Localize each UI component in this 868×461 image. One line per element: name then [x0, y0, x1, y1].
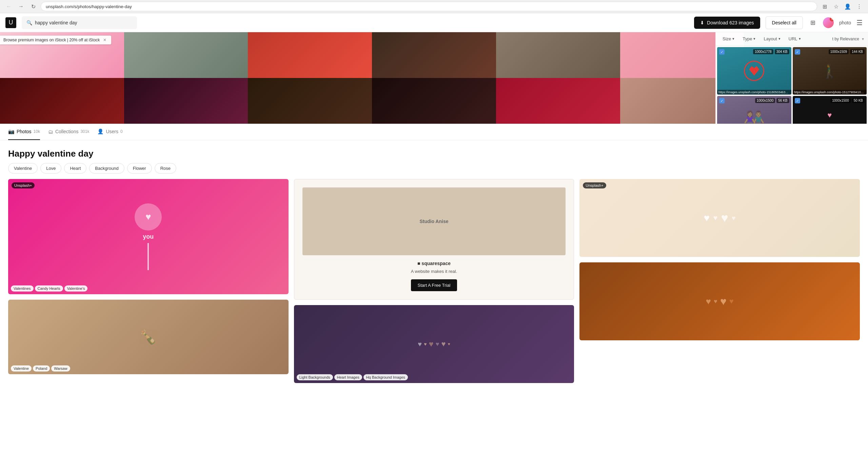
- istock-close-icon[interactable]: ✕: [103, 38, 106, 42]
- layout-dropdown-icon: ▾: [778, 37, 781, 41]
- tab-users[interactable]: 👤 Users 0: [97, 124, 122, 140]
- bookmark-button[interactable]: ☆: [831, 2, 841, 11]
- istock-banner[interactable]: Browse premium images on iStock | 20% of…: [0, 36, 111, 44]
- squarespace-cta[interactable]: Start A Free Trial: [411, 279, 457, 291]
- studio-photo: Studio Anise: [302, 187, 566, 255]
- panel-meta-1: 1000x1778 304 KB: [753, 49, 789, 54]
- grid-icon-button[interactable]: ⊞: [808, 17, 817, 28]
- profile-button[interactable]: 👤: [843, 2, 852, 11]
- panel-url-2: https://images.unsplash.com/photo-151279…: [793, 90, 867, 95]
- filter-tag-rose[interactable]: Rose: [155, 163, 176, 174]
- panel-image-2[interactable]: 🚶‍♂️ ✓ 1000x1509 144 KB https://images.u…: [793, 47, 867, 95]
- panel-url-1: https://images.unsplash.com/photo-151805…: [717, 90, 791, 95]
- photo-bottle[interactable]: 🍾 Valentine Poland Warsaw: [8, 300, 289, 374]
- tab-photos[interactable]: 📷 Photos 10k: [8, 124, 40, 140]
- filter-tags: Valentine Love Heart Background Flower R…: [0, 163, 868, 179]
- type-filter[interactable]: Type ▾: [740, 35, 758, 43]
- page-title-area: Happy valentine day: [0, 140, 868, 163]
- extensions-button[interactable]: ⊞: [820, 2, 829, 11]
- address-bar[interactable]: unsplash.com/s/photos/happy-valentine-da…: [41, 2, 817, 11]
- search-box[interactable]: 🔍: [22, 16, 137, 29]
- browser-toolbar: ← → ↻ unsplash.com/s/photos/happy-valent…: [0, 0, 868, 13]
- tab-photos-label: Photos: [17, 129, 32, 134]
- tag-candy-hearts[interactable]: Candy Hearts: [35, 285, 63, 292]
- tag-hq-background[interactable]: Hq Background Images: [363, 374, 408, 380]
- panel-image-1[interactable]: ✓ 1000x1778 304 KB https://images.unspla…: [717, 47, 791, 95]
- banner-img-r2-3[interactable]: [248, 78, 372, 124]
- tag-warsaw[interactable]: Warsaw: [51, 365, 70, 372]
- photo-tags-bottle: Valentine Poland Warsaw: [11, 365, 70, 372]
- back-button[interactable]: ←: [4, 2, 14, 11]
- banner-img-5[interactable]: [496, 32, 620, 78]
- squarespace-logo: ■ squarespace: [417, 261, 451, 266]
- tag-valentines[interactable]: Valentines: [11, 285, 34, 292]
- size-filter[interactable]: Size ▾: [720, 35, 737, 43]
- tab-photos-count: 10k: [34, 129, 40, 134]
- app: U 🔍 ⬇ Download 623 images Deselect all ⊞…: [0, 13, 868, 461]
- panel-image-4[interactable]: ♥ ♥ ✓ 1000x1500 50 KB: [793, 96, 867, 124]
- tag-heart-images[interactable]: Heart Images: [334, 374, 362, 380]
- banner-img-3[interactable]: [248, 32, 372, 78]
- forward-button[interactable]: →: [16, 2, 26, 11]
- tag-valentines-apos[interactable]: Valentine's: [64, 285, 88, 292]
- filter-tag-background[interactable]: Background: [89, 163, 124, 174]
- right-panel-toolbar: Size ▾ Type ▾ Layout ▾ URL ▾ t by Releva…: [716, 32, 868, 46]
- banner-img-r2-2[interactable]: [124, 78, 248, 124]
- panel-meta-3: 1000x1500 56 KB: [755, 98, 789, 103]
- panel-checkbox-4[interactable]: ✓: [795, 98, 800, 103]
- filter-tag-heart[interactable]: Heart: [64, 163, 86, 174]
- avatar-badge: 9: [830, 17, 834, 21]
- avatar[interactable]: 9: [823, 17, 834, 28]
- photo-white-hearts[interactable]: ♥ ♥ ♥ ♥ Unsplash+: [579, 179, 860, 257]
- filter-tag-valentine[interactable]: Valentine: [8, 163, 38, 174]
- tabs-bar: 📷 Photos 10k 🗂 Collections 301k 👤 Users …: [0, 124, 868, 140]
- search-input[interactable]: [35, 20, 132, 25]
- filter-tag-love[interactable]: Love: [40, 163, 61, 174]
- download-icon: ⬇: [700, 20, 704, 25]
- panel-checkbox-2[interactable]: ✓: [795, 49, 800, 55]
- sort-dropdown-icon[interactable]: ▾: [862, 37, 864, 41]
- users-tab-icon: 👤: [97, 128, 104, 135]
- url-filter[interactable]: URL ▾: [786, 35, 804, 43]
- right-panel-images: ✓ 1000x1778 304 KB https://images.unspla…: [716, 46, 868, 124]
- right-panel: Size ▾ Type ▾ Layout ▾ URL ▾ t by Releva…: [715, 32, 868, 124]
- browser-chrome: ← → ↻ unsplash.com/s/photos/happy-valent…: [0, 0, 868, 13]
- url-dropdown-icon: ▾: [799, 37, 801, 41]
- banner-img-4[interactable]: [372, 32, 496, 78]
- unsplash-plus-badge-2: Unsplash+: [583, 182, 606, 188]
- tag-light-backgrounds[interactable]: Light Backgrounds: [297, 374, 333, 380]
- photo-bokeh[interactable]: ♥ ♥ ♥ ♥ ♥ ♥ Light Backgrounds Heart Imag…: [294, 305, 574, 383]
- collections-tab-icon: 🗂: [48, 129, 53, 135]
- sort-label: t by Relevance: [832, 37, 859, 41]
- panel-meta-4: 1000x1500 50 KB: [830, 98, 865, 103]
- filter-tag-flower[interactable]: Flower: [127, 163, 152, 174]
- panel-checkbox-3[interactable]: ✓: [719, 98, 725, 103]
- photo-tags-bokeh: Light Backgrounds Heart Images Hq Backgr…: [297, 374, 408, 380]
- photo-warm-bokeh[interactable]: ♥ ♥ ♥ ♥: [579, 262, 860, 340]
- panel-checkbox-1[interactable]: ✓: [719, 49, 725, 55]
- tag-valentine[interactable]: Valentine: [11, 365, 32, 372]
- tab-collections[interactable]: 🗂 Collections 301k: [48, 124, 90, 140]
- refresh-button[interactable]: ↻: [28, 2, 38, 11]
- tag-poland[interactable]: Poland: [33, 365, 50, 372]
- banner-img-r2-5[interactable]: [496, 78, 620, 124]
- banner-img-2[interactable]: [124, 32, 248, 78]
- search-icon: 🔍: [26, 20, 32, 25]
- panel-image-3[interactable]: 👫 ✓ 1000x1500 56 KB: [717, 96, 791, 124]
- layout-filter[interactable]: Layout ▾: [761, 35, 783, 43]
- banner-img-r2-1[interactable]: [0, 78, 124, 124]
- main-content: Browse premium images on iStock | 20% of…: [0, 32, 868, 461]
- page-title: Happy valentine day: [8, 148, 860, 159]
- settings-button[interactable]: ⋮: [854, 2, 864, 11]
- download-button[interactable]: ⬇ Download 623 images: [694, 17, 760, 29]
- photo-pink-lollipop[interactable]: ♥ you Unsplash+ Valentines Candy Hearts …: [8, 179, 289, 294]
- browser-right-icons: ⊞ ☆ 👤 ⋮: [820, 2, 864, 11]
- submit-photo-link[interactable]: photo: [839, 20, 851, 25]
- tab-users-count: 0: [120, 129, 123, 134]
- type-dropdown-icon: ▾: [753, 37, 755, 41]
- unsplash-logo[interactable]: U: [5, 17, 16, 28]
- banner-img-r2-4[interactable]: [372, 78, 496, 124]
- menu-button[interactable]: ☰: [856, 19, 863, 27]
- photo-tags-lollipop: Valentines Candy Hearts Valentine's: [11, 285, 87, 292]
- deselect-button[interactable]: Deselect all: [766, 16, 803, 29]
